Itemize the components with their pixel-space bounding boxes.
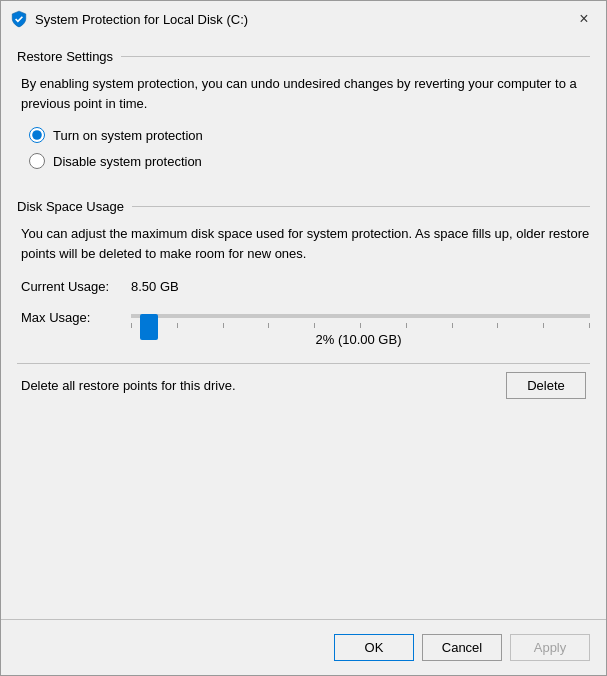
tick [131, 323, 132, 328]
dialog-footer: OK Cancel Apply [1, 619, 606, 675]
shield-icon [9, 9, 29, 29]
tick [543, 323, 544, 328]
delete-row: Delete all restore points for this drive… [17, 363, 590, 407]
disable-label: Disable system protection [53, 154, 202, 169]
restore-settings-section: Restore Settings By enabling system prot… [17, 49, 590, 169]
max-usage-row: Max Usage: [17, 306, 590, 328]
turn-on-option[interactable]: Turn on system protection [29, 127, 590, 143]
apply-button[interactable]: Apply [510, 634, 590, 661]
disk-space-title: Disk Space Usage [17, 199, 124, 214]
tick [223, 323, 224, 328]
tick [452, 323, 453, 328]
disable-radio[interactable] [29, 153, 45, 169]
title-bar: System Protection for Local Disk (C:) × [1, 1, 606, 37]
delete-button[interactable]: Delete [506, 372, 586, 399]
disk-space-header: Disk Space Usage [17, 199, 590, 214]
current-usage-row: Current Usage: 8.50 GB [17, 279, 590, 294]
dialog-content: Restore Settings By enabling system prot… [1, 37, 606, 619]
tick [314, 323, 315, 328]
current-usage-value: 8.50 GB [131, 279, 179, 294]
tick [497, 323, 498, 328]
restore-settings-description: By enabling system protection, you can u… [17, 74, 590, 113]
protection-options: Turn on system protection Disable system… [17, 127, 590, 169]
delete-description: Delete all restore points for this drive… [21, 378, 236, 393]
slider-percent-display: 2% (10.00 GB) [127, 332, 590, 347]
close-button[interactable]: × [570, 5, 598, 33]
max-usage-slider[interactable] [131, 314, 590, 318]
system-protection-dialog: System Protection for Local Disk (C:) × … [0, 0, 607, 676]
restore-settings-title: Restore Settings [17, 49, 113, 64]
restore-settings-divider [121, 56, 590, 57]
tick [177, 323, 178, 328]
slider-wrapper [131, 306, 590, 328]
turn-on-radio[interactable] [29, 127, 45, 143]
restore-settings-header: Restore Settings [17, 49, 590, 64]
disk-space-description: You can adjust the maximum disk space us… [17, 224, 590, 263]
title-bar-title: System Protection for Local Disk (C:) [35, 12, 570, 27]
turn-on-label: Turn on system protection [53, 128, 203, 143]
disable-option[interactable]: Disable system protection [29, 153, 590, 169]
slider-ticks [131, 321, 590, 328]
tick [589, 323, 590, 328]
ok-button[interactable]: OK [334, 634, 414, 661]
tick [268, 323, 269, 328]
tick [360, 323, 361, 328]
current-usage-label: Current Usage: [21, 279, 131, 294]
tick [406, 323, 407, 328]
disk-space-divider [132, 206, 590, 207]
cancel-button[interactable]: Cancel [422, 634, 502, 661]
max-usage-label: Max Usage: [21, 310, 131, 325]
disk-space-section: Disk Space Usage You can adjust the maxi… [17, 199, 590, 407]
